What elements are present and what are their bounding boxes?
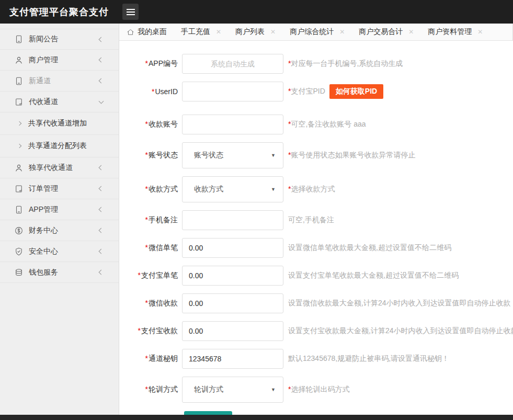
form-row-userid: *UserID *支付宝PID 如何获取PID xyxy=(119,82,513,101)
mobile-icon xyxy=(14,205,24,214)
tab-merchant-stats[interactable]: 商户综合统计 ✕ xyxy=(290,27,345,37)
field-label: APP编号 xyxy=(149,59,178,67)
chevron-left-icon xyxy=(99,270,104,275)
payee-account-input[interactable] xyxy=(182,115,283,134)
dropdown-arrow-icon: ▼ xyxy=(271,187,276,192)
app-header: 支付管理平台聚合支付 xyxy=(0,0,513,24)
channel-secret-input[interactable] xyxy=(182,349,283,369)
wallet-coins-icon xyxy=(14,268,24,277)
field-label: 收款方式 xyxy=(149,185,178,193)
sidebar-subitem-shared-channel-add[interactable]: 共享代收通道增加 xyxy=(0,112,119,135)
close-icon[interactable]: ✕ xyxy=(270,29,276,35)
sidebar-item-order-mgmt[interactable]: 订单管理 xyxy=(0,178,119,199)
sidebar-item-security-center[interactable]: 安全中心 xyxy=(0,241,119,262)
field-label: 手机备注 xyxy=(149,215,178,224)
tab-merchant-transactions[interactable]: 商户交易合计 ✕ xyxy=(359,27,414,37)
sidebar-item-label: 订单管理 xyxy=(29,184,58,194)
close-icon[interactable]: ✕ xyxy=(339,29,345,35)
tab-merchant-data-mgmt[interactable]: 商户资料管理 ✕ xyxy=(428,27,483,37)
app-number-input[interactable] xyxy=(182,54,283,74)
alipay-daily-limit-input[interactable] xyxy=(182,321,283,341)
close-icon[interactable]: ✕ xyxy=(477,29,483,35)
sidebar-item-new-channel[interactable]: 新通道 xyxy=(0,71,119,92)
dropdown-arrow-icon: ▼ xyxy=(271,387,276,392)
sidebar-subitem-shared-channel-list[interactable]: 共享通道分配列表 xyxy=(0,135,119,157)
userid-input[interactable] xyxy=(182,82,283,101)
chevron-left-icon xyxy=(99,165,104,171)
submit-button[interactable] xyxy=(184,411,232,415)
arrow-right-icon xyxy=(17,144,21,148)
field-hint: *支付宝PID xyxy=(288,87,325,96)
field-hint: 设置支付宝单笔收款最大金额,超过设置值不给二维码 xyxy=(288,271,459,280)
chevron-left-icon xyxy=(99,186,104,191)
how-to-get-pid-button[interactable]: 如何获取PID xyxy=(329,84,383,99)
sidebar-item-label: 独享代收通道 xyxy=(29,163,73,173)
field-hint: *对应每一台手机编号,系统自动生成 xyxy=(288,59,403,69)
hamburger-menu-button[interactable] xyxy=(122,4,139,20)
form-row-app-number: *APP编号 *对应每一台手机编号,系统自动生成 xyxy=(119,54,513,74)
field-label: 账号状态 xyxy=(149,151,178,159)
wechat-single-limit-input[interactable] xyxy=(182,238,283,258)
form-row-wechat-single: *微信单笔 设置微信单笔收款最大金额,超过设置值不给二维码 xyxy=(119,238,513,258)
page: 支付管理平台聚合支付 新闻公告 商户管理 新通道 xyxy=(0,0,513,420)
doc-check-icon xyxy=(14,97,24,107)
field-hint: *选择轮训出码方式 xyxy=(288,385,349,394)
field-hint: *账号使用状态如果账号收款异常请停止 xyxy=(288,151,415,160)
form-row-alipay-single: *支付宝单笔 设置支付宝单笔收款最大金额,超过设置值不给二维码 xyxy=(119,266,513,286)
close-icon[interactable]: ✕ xyxy=(408,29,414,35)
chevron-left-icon xyxy=(99,78,104,84)
field-label: 轮训方式 xyxy=(149,385,178,393)
field-hint: 设置微信收款最大金额,计算24小时内收入到达设置值即自动停止收款 xyxy=(288,299,510,308)
sidebar-subitem-label: 共享代收通道增加 xyxy=(28,119,87,128)
sidebar-item-label: 安全中心 xyxy=(29,247,58,256)
sidebar-item-label: APP管理 xyxy=(29,205,58,214)
tab-merchant-list[interactable]: 商户列表 ✕ xyxy=(235,27,276,37)
chevron-left-icon xyxy=(99,249,104,254)
chevron-left-icon xyxy=(99,37,104,42)
sidebar-item-wallet-service[interactable]: 钱包服务 xyxy=(0,262,119,283)
close-icon[interactable]: ✕ xyxy=(216,29,221,35)
sidebar-item-merchant-mgmt[interactable]: 商户管理 xyxy=(0,50,119,71)
sidebar-item-label: 财务中心 xyxy=(29,226,58,235)
chevron-left-icon xyxy=(99,207,104,212)
app-title: 支付管理平台聚合支付 xyxy=(9,6,109,18)
tab-manual-recharge[interactable]: 手工充值 ✕ xyxy=(181,27,221,37)
sidebar-item-label: 代收通道 xyxy=(29,97,58,107)
field-label: 支付宝单笔 xyxy=(141,271,178,279)
sidebar-item-label: 新闻公告 xyxy=(29,35,58,44)
sidebar-item-label: 新通道 xyxy=(29,76,51,86)
sidebar-item-collection-channel[interactable]: 代收通道 xyxy=(0,92,119,112)
alipay-single-limit-input[interactable] xyxy=(182,266,283,286)
field-label: 支付宝收款 xyxy=(141,326,178,335)
sidebar-item-news[interactable]: 新闻公告 xyxy=(0,29,119,50)
sidebar-item-app-mgmt[interactable]: APP管理 xyxy=(0,199,119,220)
bottom-bar xyxy=(0,415,513,420)
field-label: 通道秘钥 xyxy=(149,354,178,362)
tab-bar: 我的桌面 手工充值 ✕ 商户列表 ✕ 商户综合统计 ✕ 商户交易合计 ✕ xyxy=(119,24,513,41)
user-icon xyxy=(14,163,24,173)
merchant-data-form: *APP编号 *对应每一台手机编号,系统自动生成 *UserID *支付宝PID… xyxy=(119,41,513,415)
home-icon xyxy=(127,28,134,36)
sidebar: 新闻公告 商户管理 新通道 代收通道 共享代收通道增加 xyxy=(0,24,119,415)
sidebar-item-label: 钱包服务 xyxy=(29,268,58,277)
phone-note-input[interactable] xyxy=(182,210,283,230)
form-row-wechat-daily: *微信收款 设置微信收款最大金额,计算24小时内收入到达设置值即自动停止收款 xyxy=(119,293,513,313)
rotation-method-select[interactable]: 轮训方式 ▼ xyxy=(182,377,283,403)
form-row-phone-note: *手机备注 可空,手机备注 xyxy=(119,210,513,230)
chevron-down-icon xyxy=(99,98,104,104)
payment-method-select[interactable]: 收款方式 ▼ xyxy=(182,176,283,202)
field-hint: *选择收款方式 xyxy=(288,185,335,194)
user-icon xyxy=(14,55,24,65)
hamburger-icon xyxy=(127,9,135,10)
main-content: 我的桌面 手工充值 ✕ 商户列表 ✕ 商户综合统计 ✕ 商户交易合计 ✕ xyxy=(119,24,513,415)
form-row-payment-method: *收款方式 收款方式 ▼ *选择收款方式 xyxy=(119,176,513,202)
wechat-daily-limit-input[interactable] xyxy=(182,293,283,313)
sidebar-item-finance-center[interactable]: 财务中心 xyxy=(0,220,119,241)
dropdown-arrow-icon: ▼ xyxy=(271,153,276,158)
field-hint: 设置支付宝收款最大金额,计算24小时内收入到达设置值即自动停止收款 xyxy=(288,326,513,336)
account-status-select[interactable]: 账号状态 ▼ xyxy=(182,142,283,168)
tab-my-desktop[interactable]: 我的桌面 xyxy=(127,27,167,37)
field-label: 微信收款 xyxy=(149,299,178,307)
sidebar-item-exclusive-channel[interactable]: 独享代收通道 xyxy=(0,157,119,178)
doc-check-icon xyxy=(14,184,24,194)
